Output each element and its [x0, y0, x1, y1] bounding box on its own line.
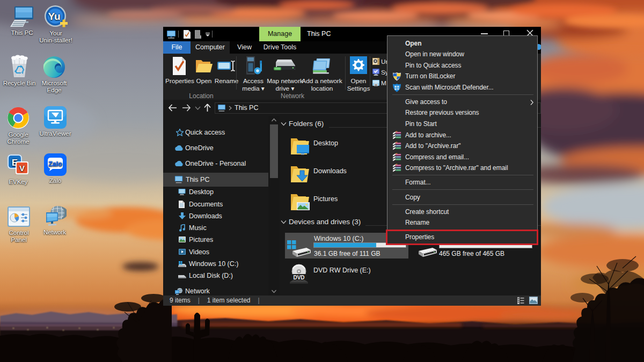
svg-text:Zalo: Zalo: [48, 160, 62, 168]
svg-text:Yu: Yu: [48, 11, 60, 22]
svg-text:V: V: [19, 164, 25, 173]
svg-text:DVD: DVD: [293, 275, 304, 280]
